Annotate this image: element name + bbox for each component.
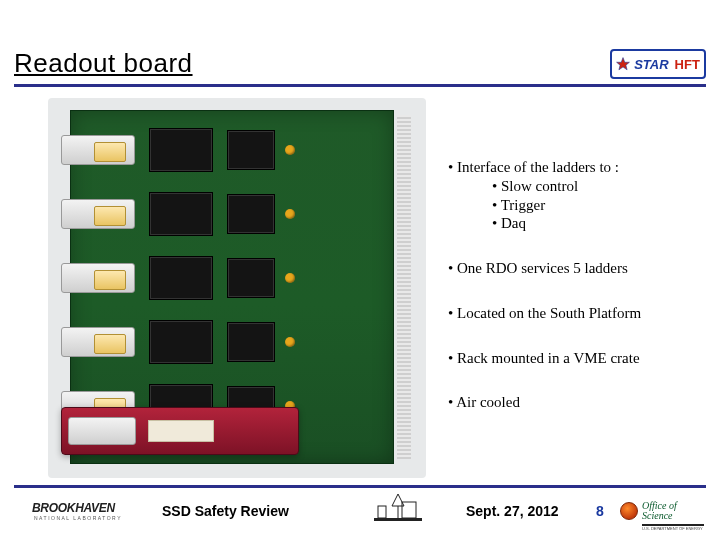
bullet-1: • Interface of the ladders to : [448, 158, 698, 177]
brookhaven-text: BROOKHAVEN [32, 501, 122, 515]
pcb [70, 110, 394, 464]
channel-row [71, 313, 393, 371]
capacitor-icon [285, 337, 295, 347]
footer-divider [14, 485, 706, 488]
title-row: Readout board STAR HFT [14, 48, 706, 79]
footer-review: SSD Safety Review [162, 503, 289, 519]
bullet-3-text: Located on the South Platform [457, 305, 641, 321]
sfp-cage-icon [61, 135, 135, 165]
brookhaven-subtext: NATIONAL LABORATORY [34, 515, 122, 521]
bullet-4: • Rack mounted in a VME crate [448, 349, 698, 368]
brookhaven-logo: BROOKHAVEN NATIONAL LABORATORY [32, 499, 142, 523]
bullet-3: • Located on the South Platform [448, 304, 698, 323]
doe-text: U.S. DEPARTMENT OF ENERGY [642, 526, 703, 531]
bullet-1c-text: Daq [501, 215, 526, 231]
spacer [448, 323, 698, 349]
hft-text: HFT [675, 57, 700, 72]
bullet-1c: • Daq [492, 214, 698, 233]
building-icon [372, 492, 424, 524]
asic-chip-icon [227, 322, 275, 362]
asic-chip-icon [227, 194, 275, 234]
bullet-4-text: Rack mounted in a VME crate [457, 350, 640, 366]
fpga-chip-icon [149, 320, 213, 364]
capacitor-icon [285, 209, 295, 219]
footer: BROOKHAVEN NATIONAL LABORATORY SSD Safet… [0, 496, 720, 526]
fpga-chip-icon [149, 192, 213, 236]
label-sticker-icon [148, 420, 214, 442]
asic-chip-icon [227, 130, 275, 170]
daughter-card [61, 407, 299, 455]
channel-row [71, 249, 393, 307]
sfp-cage-icon [61, 263, 135, 293]
capacitor-icon [285, 273, 295, 283]
bullet-1a-text: Slow control [501, 178, 578, 194]
bullet-list: • Interface of the ladders to : • Slow c… [448, 158, 698, 412]
star-text: STAR [634, 57, 668, 72]
star-icon [616, 57, 630, 71]
svg-rect-3 [402, 502, 416, 518]
science-text: Office of Science [642, 501, 677, 521]
fpga-chip-icon [149, 128, 213, 172]
channel-row [71, 185, 393, 243]
svg-rect-2 [378, 506, 386, 518]
bullet-1a: • Slow control [492, 177, 698, 196]
capacitor-icon [285, 145, 295, 155]
spacer [448, 233, 698, 259]
bullet-1b: • Trigger [492, 196, 698, 215]
bullet-2: • One RDO services 5 ladders [448, 259, 698, 278]
institution-logo [372, 492, 424, 524]
sfp-cage-icon [61, 199, 135, 229]
star-hft-logo: STAR HFT [610, 49, 706, 79]
fpga-chip-icon [149, 256, 213, 300]
readout-board-image [48, 98, 426, 478]
star-logo: STAR [616, 57, 668, 72]
bullet-1-text: Interface of the ladders to : [457, 159, 619, 175]
bullet-5: • Air cooled [448, 393, 698, 412]
sfp-cage-icon [68, 417, 136, 445]
bullet-1b-text: Trigger [501, 197, 545, 213]
bullet-5-text: Air cooled [456, 394, 520, 410]
title-divider [14, 84, 706, 87]
office-of-science-logo: Office of Science U.S. DEPARTMENT OF ENE… [620, 499, 706, 523]
channel-row [71, 121, 393, 179]
science-bottom: Science [642, 511, 677, 521]
spacer [448, 367, 698, 393]
slide: Readout board STAR HFT • Interface of th… [0, 0, 720, 540]
svg-marker-0 [617, 58, 630, 70]
footer-page-number: 8 [596, 503, 604, 519]
sfp-cage-icon [61, 327, 135, 357]
asic-chip-icon [227, 258, 275, 298]
spacer [448, 278, 698, 304]
bullet-2-text: One RDO services 5 ladders [457, 260, 628, 276]
footer-date: Sept. 27, 2012 [466, 503, 559, 519]
page-title: Readout board [14, 48, 193, 79]
doe-seal-icon [620, 502, 638, 520]
